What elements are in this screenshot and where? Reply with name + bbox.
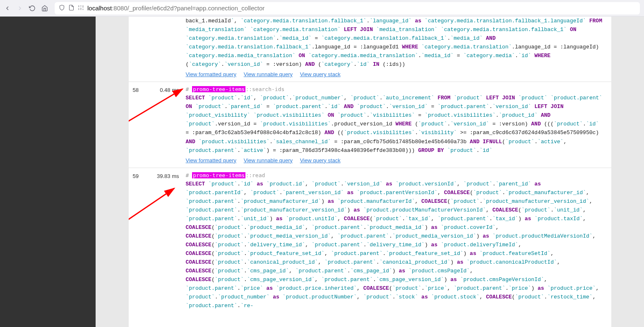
url-bar[interactable]: localhost:8080/_profiler/e6cd2d?panel=ap… (55, 2, 640, 14)
query-time: 0.48 ms (151, 86, 186, 163)
page-icon (68, 5, 74, 12)
view-runnable-link[interactable]: View runnable query (244, 71, 293, 77)
query-sql-cell: back_1.mediaId`, `category.media.transla… (186, 17, 603, 77)
query-row: 58 0.48 ms # promo-tree-items::search-id… (129, 82, 611, 167)
view-formatted-link[interactable]: View formatted query (186, 71, 237, 77)
tag-suffix: ::search-ids (245, 86, 284, 92)
forward-button[interactable] (17, 5, 23, 12)
tag-highlight: promo-tree-items (192, 172, 245, 178)
url-rest: :8080/_profiler/e6cd2d?panel=app.connect… (112, 5, 264, 12)
sql-text: SELECT `product`.`id`, `product`.`produc… (186, 94, 603, 154)
query-links: View formatted query View runnable query… (186, 71, 603, 77)
back-button[interactable] (4, 5, 11, 12)
permissions-icon (78, 5, 84, 12)
profiler-sidebar (0, 17, 96, 327)
query-row: 59 39.83 ms # promo-tree-items::read SEL… (129, 168, 611, 315)
query-tag: # promo-tree-items::search-ids (186, 86, 603, 92)
query-links: View formatted query View runnable query… (186, 157, 603, 164)
url-host: localhost (87, 5, 112, 12)
query-sql-cell: # promo-tree-items::search-ids SELECT `p… (186, 86, 603, 163)
query-number: 59 (133, 172, 151, 310)
view-runnable-link[interactable]: View runnable query (244, 157, 293, 164)
query-number: 58 (133, 86, 151, 163)
query-number (133, 17, 151, 77)
home-button[interactable] (41, 5, 48, 12)
query-tag: # promo-tree-items::read (186, 172, 603, 178)
page-layout: back_1.mediaId`, `category.media.transla… (0, 17, 644, 327)
sql-text: SELECT `product`.`id` as `product.id`, `… (186, 180, 603, 310)
url-text: localhost:8080/_profiler/e6cd2d?panel=ap… (87, 5, 264, 12)
query-time (151, 17, 186, 77)
query-sql-cell: # promo-tree-items::read SELECT `product… (186, 172, 603, 310)
browser-toolbar: localhost:8080/_profiler/e6cd2d?panel=ap… (0, 0, 644, 17)
view-stack-link[interactable]: View query stack (300, 157, 341, 164)
sql-text: back_1.mediaId`, `category.media.transla… (186, 17, 603, 69)
view-stack-link[interactable]: View query stack (300, 71, 341, 77)
shield-icon (59, 5, 65, 12)
tag-highlight: promo-tree-items (192, 86, 245, 92)
main-area: back_1.mediaId`, `category.media.transla… (96, 17, 644, 327)
reload-button[interactable] (29, 5, 36, 12)
nav-buttons (4, 5, 48, 12)
query-panel[interactable]: back_1.mediaId`, `category.media.transla… (129, 17, 611, 327)
tag-suffix: ::read (245, 172, 265, 178)
query-row: back_1.mediaId`, `category.media.transla… (129, 17, 611, 82)
query-time: 39.83 ms (151, 172, 186, 310)
view-formatted-link[interactable]: View formatted query (186, 157, 237, 164)
